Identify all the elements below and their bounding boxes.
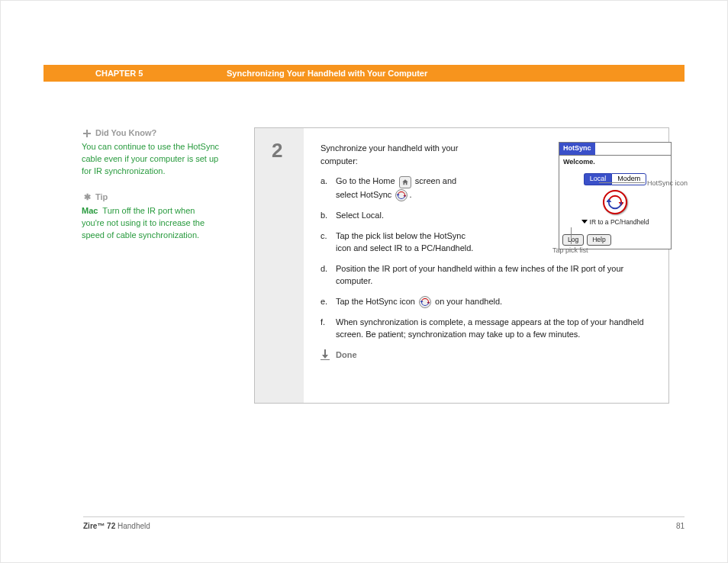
palm-title-label: HotSync	[559, 143, 595, 155]
hotsync-small-icon	[395, 189, 407, 201]
page-number: 81	[676, 522, 685, 530]
done-label: Done	[336, 349, 357, 362]
step-marker: a.	[321, 175, 336, 201]
palm-pick-label: IR to a PC/Handheld	[590, 218, 649, 226]
step-card: 2 Synchronize your handheld with your co…	[254, 127, 669, 404]
tip-body: Mac Turn off the IR port when you're not…	[82, 205, 219, 242]
palm-window: HotSync Welcome. Local Modem	[559, 142, 672, 249]
tip-platform: Mac	[82, 206, 98, 215]
step-a-post: .	[409, 190, 411, 199]
plus-icon	[82, 130, 92, 137]
annotation-line	[599, 182, 645, 183]
step-e-post: on your handheld.	[435, 297, 502, 306]
step-a-pre: Go to the Home	[336, 176, 398, 185]
done-arrow-icon	[321, 349, 330, 360]
step-marker: c.	[321, 230, 336, 255]
svg-rect-0	[321, 359, 330, 360]
tip-head: ✱ Tip	[82, 191, 219, 204]
step-item-f: f. When synchronization is complete, a m…	[321, 316, 655, 341]
palm-tab-local[interactable]: Local	[584, 173, 612, 185]
did-you-know-head: Did You Know?	[82, 127, 219, 140]
palm-welcome: Welcome.	[559, 156, 671, 172]
chapter-title: Synchronizing Your Handheld with Your Co…	[227, 69, 685, 78]
step-body: Synchronize your handheld with your comp…	[304, 128, 668, 403]
annotation-picklist: Tap pick list	[552, 246, 588, 256]
palm-tab-modem[interactable]: Modem	[611, 173, 646, 185]
product-rest: Handheld	[115, 522, 150, 530]
product-name: Zire™ 72 Handheld	[83, 522, 150, 530]
did-you-know-block: Did You Know? You can continue to use th…	[82, 127, 219, 178]
palm-help-button[interactable]: Help	[587, 234, 610, 246]
palm-titlebar: HotSync	[559, 143, 671, 156]
tip-block: ✱ Tip Mac Turn off the IR port when you'…	[82, 191, 219, 242]
did-you-know-body: You can continue to use the HotSync cabl…	[82, 141, 219, 178]
tip-text: Turn off the IR port when you're not usi…	[82, 206, 205, 240]
step-e-pre: Tap the HotSync icon	[336, 297, 417, 306]
did-you-know-title: Did You Know?	[95, 127, 156, 140]
step-marker: b.	[321, 209, 336, 222]
palm-log-button[interactable]: Log	[562, 234, 584, 246]
chapter-label: CHAPTER 5	[43, 69, 227, 78]
page-footer: Zire™ 72 Handheld 81	[83, 516, 685, 530]
chevron-down-icon	[581, 220, 588, 224]
step-c: Tap the pick list below the HotSync icon…	[336, 230, 475, 255]
sidebar: Did You Know? You can continue to use th…	[82, 127, 219, 256]
done-row: Done	[321, 349, 655, 362]
annotation-line	[571, 227, 572, 244]
step-marker: e.	[321, 295, 336, 308]
step-intro: Synchronize your handheld with your comp…	[321, 142, 459, 167]
hotsync-small-icon	[419, 296, 431, 308]
handheld-screenshot: HotSync Welcome. Local Modem	[559, 142, 672, 249]
asterisk-icon: ✱	[82, 191, 92, 204]
step-f: When synchronization is complete, a mess…	[336, 316, 655, 341]
home-icon	[399, 176, 411, 188]
step-b: Select Local.	[336, 209, 475, 222]
tip-title: Tip	[95, 191, 108, 204]
step-item-d: d. Position the IR port of your handheld…	[321, 262, 655, 288]
product-bold: Zire™ 72	[83, 522, 115, 530]
chapter-header-bar: CHAPTER 5 Synchronizing Your Handheld wi…	[43, 65, 685, 82]
step-number: 2	[255, 128, 304, 403]
step-marker: d.	[321, 262, 336, 288]
hotsync-icon[interactable]	[603, 190, 627, 214]
page: CHAPTER 5 Synchronizing Your Handheld wi…	[0, 0, 728, 563]
step-item-e: e. Tap the HotSync icon on your handheld…	[321, 295, 655, 308]
step-marker: f.	[321, 316, 336, 341]
palm-picklist[interactable]: IR to a PC/Handheld	[559, 216, 671, 232]
step-d: Position the IR port of your handheld wi…	[336, 262, 655, 288]
annotation-hotsync: HotSync icon	[647, 179, 688, 189]
